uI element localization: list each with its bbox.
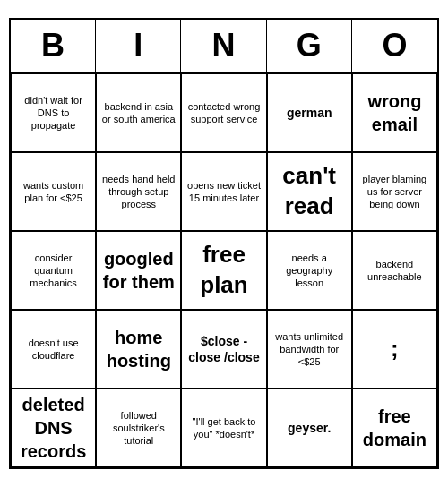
bingo-cell-23: geyser. [267,389,352,467]
bingo-cell-7: opens new ticket 15 minutes later [181,152,266,231]
bingo-cell-12: free plan [181,231,266,310]
bingo-cell-11: googled for them [96,231,181,310]
bingo-grid: didn't wait for DNS to propagatebackend … [11,73,437,467]
bingo-cell-20: deleted DNS records [11,389,96,467]
bingo-cell-17: $close -close /close [181,310,266,389]
bingo-cell-5: wants custom plan for <$25 [11,152,96,231]
bingo-cell-22: "I'll get back to you" *doesn't* [181,389,266,467]
bingo-letter-i: I [96,20,181,72]
bingo-cell-16: home hosting [96,310,181,389]
bingo-cell-1: backend in asia or south america [96,73,181,152]
bingo-cell-4: wrong email [352,73,437,152]
bingo-letter-b: B [11,20,96,72]
bingo-cell-18: wants unlimited bandwidth for <$25 [267,310,352,389]
bingo-cell-0: didn't wait for DNS to propagate [11,73,96,152]
bingo-cell-10: consider quantum mechanics [11,231,96,310]
bingo-cell-3: german [267,73,352,152]
bingo-card: BINGO didn't wait for DNS to propagateba… [9,18,439,469]
bingo-cell-9: player blaming us for server being down [352,152,437,231]
bingo-cell-19: ; [352,310,437,389]
bingo-cell-21: followed soulstriker's tutorial [96,389,181,467]
bingo-header: BINGO [11,20,437,73]
bingo-cell-24: free domain [352,389,437,467]
bingo-cell-15: doesn't use cloudflare [11,310,96,389]
bingo-cell-6: needs hand held through setup process [96,152,181,231]
bingo-cell-8: can't read [267,152,352,231]
bingo-cell-2: contacted wrong support service [181,73,266,152]
bingo-cell-13: needs a geography lesson [267,231,352,310]
bingo-cell-14: backend unreachable [352,231,437,310]
bingo-letter-n: N [181,20,266,72]
bingo-letter-o: O [352,20,437,72]
bingo-letter-g: G [267,20,352,72]
